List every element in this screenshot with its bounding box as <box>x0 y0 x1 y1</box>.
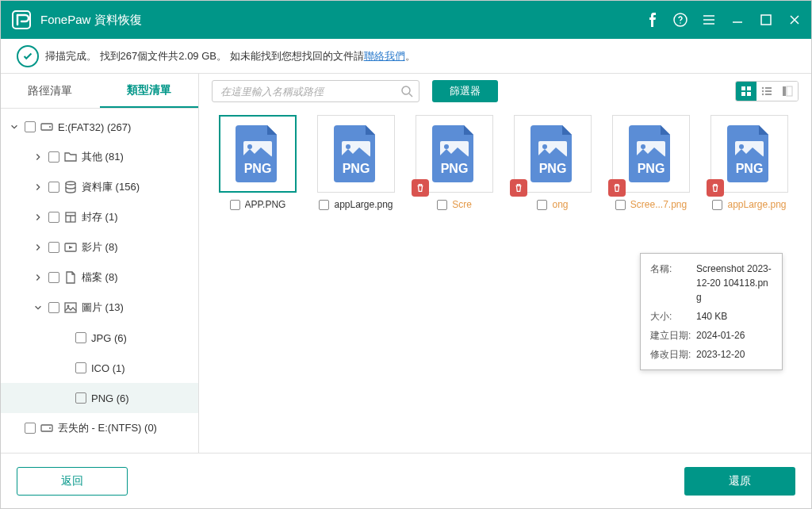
file-checkbox[interactable] <box>537 200 547 210</box>
help-icon[interactable] <box>673 13 688 27</box>
tree-row[interactable]: 封存 (1) <box>1 202 198 232</box>
tree-label: ICO (1) <box>91 362 125 374</box>
scan-complete-icon <box>17 45 39 67</box>
file-card[interactable]: PNG ong <box>504 115 602 210</box>
tooltip-size-label: 大小: <box>650 309 696 323</box>
restore-button[interactable]: 還原 <box>684 467 795 496</box>
facebook-icon[interactable] <box>645 13 659 27</box>
tree-row[interactable]: ICO (1) <box>1 353 198 383</box>
chevron-right-icon[interactable] <box>33 272 44 283</box>
png-file-icon: PNG <box>236 125 280 182</box>
video-icon <box>64 241 77 254</box>
tooltip-size-value: 140 KB <box>696 309 772 323</box>
drive-icon <box>40 121 53 133</box>
svg-text:PNG: PNG <box>343 162 370 175</box>
tree-row[interactable]: 圖片 (13) <box>1 293 198 323</box>
chevron-down-icon[interactable] <box>33 302 44 313</box>
svg-point-22 <box>762 94 764 95</box>
file-checkbox[interactable] <box>615 200 626 210</box>
deleted-badge-icon <box>707 179 724 197</box>
filter-button[interactable]: 篩選器 <box>432 80 498 102</box>
tab-type-list[interactable]: 類型清單 <box>100 74 199 108</box>
tree-label: E:(FAT32) (267) <box>58 121 131 133</box>
file-checkbox[interactable] <box>230 200 240 210</box>
tooltip-created-value: 2024-01-26 <box>696 328 772 343</box>
file-thumbnail[interactable]: PNG <box>317 115 395 193</box>
file-name-label: appLarge.png <box>727 199 786 210</box>
svg-rect-14 <box>741 86 745 90</box>
checkbox[interactable] <box>48 302 59 313</box>
close-icon[interactable] <box>787 13 802 27</box>
image-icon <box>64 301 77 314</box>
tree-row[interactable]: PNG (6) <box>1 383 198 413</box>
file-checkbox[interactable] <box>319 200 329 210</box>
file-card[interactable]: PNG Scree...7.png <box>602 115 700 210</box>
file-card[interactable]: PNG appLarge.png <box>700 115 799 210</box>
folder-icon <box>64 151 77 163</box>
checkbox[interactable] <box>75 332 86 343</box>
tooltip-name-value: Screenshot 2023-12-20 104118.png <box>696 262 772 304</box>
checkbox[interactable] <box>48 151 59 163</box>
view-detail-button[interactable] <box>777 82 798 101</box>
tree-row[interactable]: JPG (6) <box>1 323 198 353</box>
minimize-icon[interactable] <box>730 13 745 27</box>
svg-point-10 <box>67 305 70 308</box>
tree-row[interactable]: 其他 (81) <box>1 142 198 172</box>
database-icon <box>64 181 77 193</box>
file-thumbnail[interactable]: PNG <box>514 115 592 193</box>
svg-point-36 <box>542 144 547 149</box>
file-tree: E:(FAT32) (267)其他 (81)資料庫 (156)封存 (1)影片 … <box>1 109 198 453</box>
contact-link[interactable]: 聯絡我們 <box>364 49 405 63</box>
back-button[interactable]: 返回 <box>17 467 128 496</box>
tree-label: 封存 (1) <box>82 210 118 224</box>
svg-point-39 <box>641 144 645 149</box>
maximize-icon[interactable] <box>759 13 773 27</box>
menu-icon[interactable] <box>702 13 716 27</box>
file-thumbnail[interactable]: PNG <box>612 115 690 193</box>
file-thumbnail[interactable]: PNG <box>416 115 493 193</box>
png-file-icon: PNG <box>432 125 477 182</box>
tree-row[interactable]: 丟失的 - E:(NTFS) (0) <box>1 413 198 443</box>
search-input[interactable] <box>212 80 419 102</box>
view-grid-button[interactable] <box>736 82 756 101</box>
chevron-right-icon[interactable] <box>33 242 44 253</box>
chevron-right-icon[interactable] <box>33 182 44 193</box>
chevron-right-icon[interactable] <box>33 212 44 223</box>
file-card[interactable]: PNG Scre <box>405 115 504 210</box>
checkbox[interactable] <box>25 121 36 132</box>
tab-path-list[interactable]: 路徑清單 <box>1 74 100 108</box>
checkbox[interactable] <box>48 182 59 193</box>
search-icon[interactable] <box>400 85 413 98</box>
tree-row[interactable]: 資料庫 (156) <box>1 172 198 202</box>
chevron-right-icon[interactable] <box>33 151 44 163</box>
svg-point-42 <box>739 144 744 149</box>
svg-point-20 <box>762 90 764 92</box>
checkbox[interactable] <box>48 242 59 253</box>
tree-row[interactable]: 檔案 (8) <box>1 262 198 293</box>
checkbox[interactable] <box>48 272 59 283</box>
file-thumbnail[interactable]: PNG <box>710 115 788 193</box>
svg-rect-21 <box>765 90 772 92</box>
title-bar: FonePaw 資料恢復 <box>1 1 811 39</box>
file-card[interactable]: PNG APP.PNG <box>209 115 307 210</box>
file-card[interactable]: PNG appLarge.png <box>307 115 405 210</box>
tree-row[interactable]: E:(FAT32) (267) <box>1 112 198 142</box>
content-toolbar: 篩選器 <box>199 74 811 109</box>
svg-rect-16 <box>741 92 745 96</box>
checkbox[interactable] <box>48 212 59 223</box>
view-list-button[interactable] <box>756 82 777 101</box>
status-text-end: 。 <box>405 49 416 63</box>
chevron-down-icon[interactable] <box>9 121 20 132</box>
svg-point-18 <box>762 87 764 89</box>
checkbox[interactable] <box>75 362 86 373</box>
checkbox[interactable] <box>25 423 36 434</box>
tree-row[interactable]: 影片 (8) <box>1 232 198 262</box>
svg-text:PNG: PNG <box>244 162 272 175</box>
file-checkbox[interactable] <box>712 200 722 210</box>
svg-rect-9 <box>65 303 76 312</box>
checkbox[interactable] <box>75 392 86 404</box>
file-thumbnail[interactable]: PNG <box>219 115 297 193</box>
file-checkbox[interactable] <box>437 200 447 210</box>
drive-icon <box>40 422 53 434</box>
doc-icon <box>64 271 77 284</box>
